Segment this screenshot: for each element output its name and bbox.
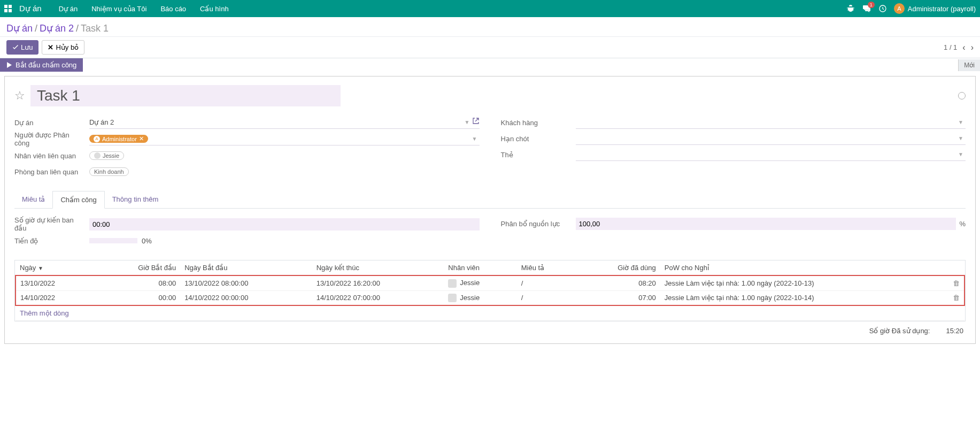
kanban-state-dot[interactable] (958, 92, 966, 99)
pager-next[interactable]: › (971, 43, 974, 52)
nav-item-mytasks[interactable]: Nhiệm vụ của Tôi (86, 2, 152, 16)
col-pow[interactable]: PoW cho Nghỉ (660, 260, 948, 275)
external-link-icon[interactable] (472, 117, 480, 125)
form-sheet: ☆ Dự án Dự án 2 ▼ Người được Phân công (4, 76, 976, 344)
user-menu[interactable]: A Administrator (payroll) (894, 3, 976, 14)
stage-new[interactable]: Mới (958, 59, 980, 71)
apps-icon[interactable] (4, 5, 12, 12)
planned-hours-input[interactable] (89, 218, 480, 231)
progress-value: 0% (142, 237, 152, 245)
person-icon (94, 152, 101, 159)
pager-prev[interactable]: ‹ (962, 43, 965, 52)
nav-item-project[interactable]: Dự án (53, 2, 83, 16)
customer-field[interactable]: ▼ (576, 116, 966, 129)
check-icon (12, 44, 19, 51)
deadline-field[interactable]: ▼ (576, 132, 966, 145)
breadcrumb-root[interactable]: Dự án (6, 22, 33, 34)
play-icon (6, 62, 12, 68)
close-icon: ✕ (48, 43, 53, 51)
chevron-down-icon: ▼ (958, 151, 963, 157)
start-timer-button[interactable]: Bắt đầu chấm công (0, 58, 83, 72)
bug-icon[interactable] (846, 4, 855, 13)
tabs: Miêu tả Chấm công Thông tin thêm (14, 191, 966, 209)
tab-description[interactable]: Miêu tả (14, 191, 52, 208)
hours-used-value: 15:20 (946, 327, 963, 335)
table-row[interactable]: 14/10/202200:0014/10/2022 00:00:0014/10/… (16, 290, 964, 305)
col-end-dt[interactable]: Ngày kết thúc (312, 260, 444, 275)
chevron-down-icon: ▼ (465, 119, 470, 125)
assignee-tag[interactable]: A Administrator ✕ (89, 135, 148, 143)
planned-hours-label: Số giờ dự kiến ban đầu (14, 216, 89, 232)
employee-field: Jessie (89, 149, 480, 162)
nav-item-report[interactable]: Báo cáo (155, 2, 191, 16)
task-title-input[interactable] (30, 85, 341, 106)
app-brand[interactable]: Dự án (19, 4, 42, 13)
col-desc[interactable]: Miêu tả (517, 260, 575, 275)
project-field[interactable]: Dự án 2 ▼ (89, 116, 480, 129)
progress-bar (89, 238, 137, 243)
tags-field[interactable]: ▼ (576, 148, 966, 161)
chevron-down-icon: ▼ (472, 136, 477, 142)
col-start-dt[interactable]: Ngày Bắt đầu (180, 260, 312, 275)
deadline-label: Hạn chót (501, 135, 576, 143)
star-icon[interactable]: ☆ (14, 89, 25, 103)
person-icon (448, 294, 457, 302)
progress-field: 0% (89, 234, 480, 247)
tags-label: Thẻ (501, 151, 576, 159)
tab-timesheet[interactable]: Chấm công (52, 191, 104, 209)
messages-icon[interactable]: 1 (862, 4, 871, 13)
person-icon (448, 279, 457, 288)
hours-used-label: Số giờ Đã sử dụng: (869, 327, 930, 335)
employee-label: Nhân viên liên quan (14, 152, 89, 160)
col-start-time[interactable]: Giờ Bắt đầu (96, 260, 181, 275)
discard-button[interactable]: ✕ Hủy bỏ (42, 40, 84, 55)
tab-extra[interactable]: Thông tin thêm (105, 191, 166, 208)
dept-label: Phòng ban liên quan (14, 168, 89, 176)
assignee-field[interactable]: A Administrator ✕ ▼ (89, 133, 480, 145)
employee-tag[interactable]: Jessie (89, 151, 124, 160)
avatar: A (894, 3, 905, 14)
table-row[interactable]: 13/10/202208:0013/10/2022 08:00:0013/10/… (16, 275, 964, 290)
pager-position: 1 / 1 (944, 43, 957, 51)
messages-badge: 1 (868, 2, 875, 8)
user-name: Administrator (payroll) (908, 5, 976, 13)
col-employee[interactable]: Nhân viên (444, 260, 516, 275)
chevron-down-icon: ▼ (958, 119, 963, 125)
progress-label: Tiến độ (14, 237, 89, 245)
nav-item-config[interactable]: Cấu hình (195, 2, 234, 16)
tag-remove-icon[interactable]: ✕ (139, 135, 144, 142)
pct-suffix: % (959, 220, 966, 228)
chevron-down-icon: ▼ (958, 135, 963, 141)
sort-desc-icon: ▼ (38, 265, 43, 271)
activity-icon[interactable] (878, 4, 888, 13)
delete-row-icon[interactable]: 🗑 (948, 275, 964, 290)
customer-label: Khách hàng (501, 119, 576, 127)
breadcrumb-current: Task 1 (81, 23, 109, 34)
assignee-label: Người được Phân công (14, 131, 89, 147)
col-date[interactable]: Ngày ▼ (16, 260, 96, 275)
project-label: Dự án (14, 119, 89, 127)
breadcrumb-parent[interactable]: Dự án 2 (40, 22, 74, 34)
col-hours[interactable]: Giờ đã dùng (575, 260, 660, 275)
allocation-label: Phân bổ nguồn lực (501, 220, 576, 228)
dept-tag[interactable]: Kinh doanh (89, 167, 129, 176)
allocation-input[interactable] (576, 218, 956, 230)
delete-row-icon[interactable]: 🗑 (948, 290, 964, 305)
breadcrumb: Dự án / Dự án 2 / Task 1 (6, 22, 974, 34)
timesheet-table: Ngày ▼ Giờ Bắt đầu Ngày Bắt đầu Ngày kết… (14, 260, 966, 321)
dept-field: Kinh doanh (89, 165, 480, 178)
add-line-link[interactable]: Thêm một dòng (16, 305, 964, 321)
save-button[interactable]: Lưu (6, 40, 38, 55)
top-navbar: Dự án Dự án Nhiệm vụ của Tôi Báo cáo Cấu… (0, 0, 980, 17)
